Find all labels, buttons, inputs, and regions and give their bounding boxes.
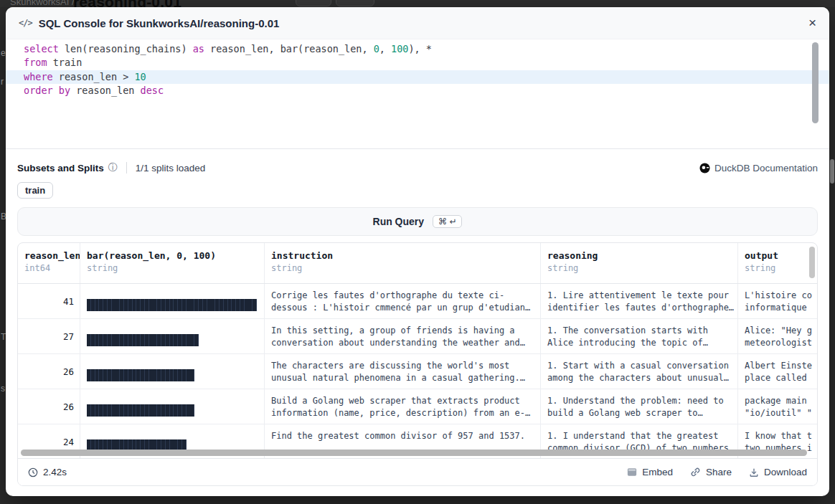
code-token: from	[24, 57, 47, 68]
code-token: ,	[379, 43, 391, 54]
background-page-title: reasoning-0.01	[73, 0, 181, 7]
run-query-label: Run Query	[373, 216, 425, 227]
embed-icon	[627, 467, 637, 477]
results-table: reason_lenint64bar(reason_len, 0, 100)st…	[18, 243, 817, 458]
cell-instruction: The characters are discussing the world'…	[265, 354, 541, 389]
query-time: 2.42s	[28, 467, 67, 477]
column-name: bar(reason_len, 0, 100)	[87, 250, 258, 261]
run-query-button[interactable]: Run Query ⌘ ↵	[17, 207, 818, 236]
code-token: by	[59, 85, 70, 96]
bar-glyph	[87, 369, 194, 381]
table-row: 26Build a Golang web scraper that extrac…	[18, 389, 817, 424]
footer-actions: Embed Share Download	[627, 467, 807, 477]
code-icon: </>	[19, 18, 32, 28]
vertical-scrollbar-thumb[interactable]	[809, 247, 815, 278]
code-token: len(reasoning_chains)	[59, 43, 193, 54]
column-header-output: outputstring	[738, 243, 817, 283]
background-button-ghost	[296, 0, 331, 6]
duckdb-documentation-link[interactable]: DuckDB Documentation	[699, 163, 818, 173]
table-header-row: reason_lenint64bar(reason_len, 0, 100)st…	[18, 243, 817, 284]
column-name: reasoning	[547, 250, 732, 261]
sql-editor-lines: select len(reasoning_chains) as reason_l…	[6, 42, 829, 98]
cell-reasoning: 1. Understand the problem: need to build…	[541, 389, 738, 424]
cell-instruction: Build a Golang web scraper that extracts…	[265, 389, 541, 424]
background-text-fragment: r	[1, 77, 6, 86]
cell-reason-len: 26	[18, 389, 80, 424]
cell-instruction: In this setting, a group of friends is h…	[265, 319, 541, 353]
screen: SkunkworksAI / reasoning-0.01 e r B T s …	[0, 0, 835, 504]
column-header-instruction: instructionstring	[265, 243, 541, 283]
cell-reason-len: 27	[18, 319, 80, 353]
query-time-value: 2.42s	[43, 467, 67, 477]
code-token: reason_len >	[53, 71, 135, 82]
sql-console-modal: </> SQL Console for SkunkworksAI/reasoni…	[6, 7, 829, 496]
table-row: 27In this setting, a group of friends is…	[18, 319, 817, 354]
duckdb-doc-label: DuckDB Documentation	[714, 163, 818, 173]
table-row: 41Corrige les fautes d'orthographe du te…	[18, 284, 817, 319]
cell-output: Alice: "Hey g meteorologist	[738, 319, 817, 353]
download-icon	[749, 467, 759, 477]
cell-reasoning: 1. Start with a casual conversation amon…	[541, 354, 738, 389]
code-token: select	[24, 43, 59, 54]
bar-glyph	[87, 404, 194, 417]
code-token	[53, 85, 59, 96]
code-token: reason_len	[70, 85, 141, 96]
share-label: Share	[706, 467, 732, 477]
column-type: string	[547, 263, 732, 273]
share-button[interactable]: Share	[690, 467, 732, 477]
link-icon	[690, 467, 701, 477]
horizontal-scrollbar-thumb[interactable]	[21, 450, 807, 456]
split-chip-train[interactable]: train	[17, 182, 53, 199]
background-text-fragment: s	[1, 384, 6, 393]
modal-title: SQL Console for SkunkworksAI/reasoning-0…	[39, 17, 280, 29]
background-button-ghost	[336, 0, 374, 6]
embed-label: Embed	[642, 467, 673, 477]
background-breadcrumb: SkunkworksAI /	[10, 0, 75, 7]
code-token: ), *	[408, 43, 432, 54]
column-type: string	[745, 263, 817, 273]
code-token: as	[193, 43, 204, 54]
modal-header: </> SQL Console for SkunkworksAI/reasoni…	[6, 7, 829, 39]
embed-button[interactable]: Embed	[627, 467, 673, 477]
column-header-reason-len: reason_lenint64	[18, 243, 80, 283]
code-line: where reason_len > 10	[6, 70, 829, 84]
code-line: from train	[6, 56, 829, 70]
subsets-label: Subsets and Splits	[17, 163, 104, 173]
background-text-fragment: B	[1, 212, 6, 221]
cell-instruction: Corrige les fautes d'orthographe du text…	[265, 284, 541, 318]
divider	[126, 162, 127, 173]
download-label: Download	[764, 467, 807, 477]
column-name: instruction	[271, 250, 534, 261]
background-text-fragment: T	[1, 333, 6, 341]
info-icon[interactable]: ⓘ	[108, 161, 118, 174]
close-button[interactable]: ×	[808, 15, 816, 31]
bar-glyph	[87, 299, 257, 311]
code-token: 0	[374, 43, 379, 54]
cell-output: Albert Einste place called	[738, 354, 817, 389]
code-token: 10	[134, 71, 146, 82]
code-token: where	[24, 71, 53, 82]
editor-scrollbar[interactable]	[812, 42, 819, 123]
code-token: train	[47, 57, 82, 68]
results-footer: 2.42s Embed Share	[18, 458, 817, 485]
background-page-strip: SkunkworksAI / reasoning-0.01	[0, 0, 835, 7]
cell-bar	[80, 389, 265, 424]
horizontal-scrollbar[interactable]	[21, 450, 807, 456]
code-token: reason_len, bar(reason_len,	[204, 43, 374, 54]
code-line: order by reason_len desc	[6, 84, 829, 98]
code-token: desc	[141, 85, 164, 96]
code-token: 100	[391, 43, 408, 54]
column-name: reason_len	[24, 250, 74, 261]
cell-reasoning: 1. The conversation starts with Alice in…	[541, 319, 738, 353]
duckdb-logo-icon	[699, 163, 710, 173]
cell-output: package main "io/ioutil" "	[738, 389, 817, 424]
cell-bar	[80, 354, 265, 389]
code-line: select len(reasoning_chains) as reason_l…	[6, 42, 829, 56]
column-header-bar-reason-len-0-100-: bar(reason_len, 0, 100)string	[80, 243, 265, 283]
column-name: output	[745, 250, 817, 261]
results-panel: reason_lenint64bar(reason_len, 0, 100)st…	[17, 242, 818, 486]
background-scrollbar-fragment	[830, 159, 834, 184]
download-button[interactable]: Download	[749, 467, 807, 477]
table-viewport[interactable]: reason_lenint64bar(reason_len, 0, 100)st…	[18, 243, 817, 458]
sql-editor[interactable]: select len(reasoning_chains) as reason_l…	[6, 39, 829, 149]
